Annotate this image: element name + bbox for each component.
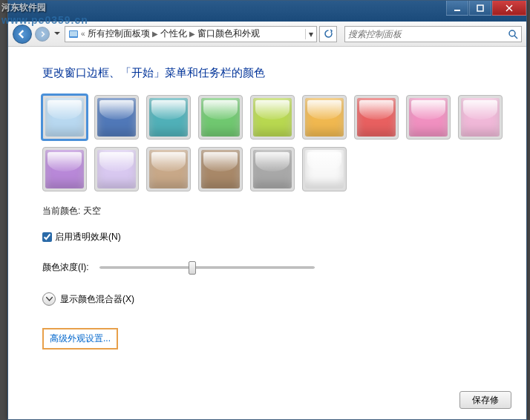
color-swatch-红[interactable] <box>354 95 399 140</box>
transparency-input[interactable] <box>42 232 52 242</box>
color-swatches <box>42 95 503 191</box>
save-button[interactable]: 保存修 <box>459 391 511 409</box>
color-swatch-淡紫[interactable] <box>94 147 139 191</box>
refresh-button[interactable] <box>319 26 337 42</box>
footer: 保存修 <box>459 391 511 409</box>
transparency-checkbox[interactable]: 启用透明效果(N) <box>42 231 504 243</box>
color-swatch-蓝[interactable] <box>94 95 139 140</box>
color-swatch-紫[interactable] <box>42 147 87 191</box>
color-swatch-绿[interactable] <box>198 95 243 140</box>
watermark: 河东软件园 www.pc0359.cn <box>1 1 88 26</box>
search-box[interactable] <box>344 26 522 42</box>
intensity-label: 颜色浓度(I): <box>42 261 89 274</box>
content: 更改窗口边框、「开始」菜单和任务栏的颜色 当前颜色: 天空 启用透明效果(N) … <box>8 47 526 350</box>
page-title: 更改窗口边框、「开始」菜单和任务栏的颜色 <box>42 66 504 80</box>
forward-button[interactable] <box>35 27 50 42</box>
slider-track <box>99 266 315 269</box>
back-button[interactable] <box>13 24 32 44</box>
address-bar[interactable]: « 所有控制面板项 ▶ 个性化 ▶ 窗口颜色和外观 ▾ <box>65 26 317 42</box>
show-color-mixer[interactable]: 显示颜色混合器(X) <box>42 292 504 306</box>
close-button[interactable] <box>492 1 526 16</box>
control-panel-icon <box>68 29 79 39</box>
color-swatch-棕[interactable] <box>146 147 191 191</box>
minimize-button[interactable] <box>446 1 468 16</box>
chevron-down-icon <box>42 292 56 306</box>
color-swatch-淡粉[interactable] <box>458 95 503 140</box>
color-swatch-粉[interactable] <box>406 95 451 140</box>
address-dropdown[interactable]: ▾ <box>305 29 313 39</box>
color-swatch-橙[interactable] <box>302 95 347 140</box>
svg-line-7 <box>514 36 517 39</box>
svg-point-6 <box>509 30 515 36</box>
color-swatch-青[interactable] <box>146 95 191 140</box>
breadcrumb-sep: « <box>81 30 85 38</box>
breadcrumb-item[interactable]: 个性化 <box>160 27 187 40</box>
svg-rect-1 <box>477 5 483 11</box>
search-icon <box>508 29 518 39</box>
maximize-button[interactable] <box>469 1 491 16</box>
current-color: 当前颜色: 天空 <box>42 205 504 217</box>
intensity-row: 颜色浓度(I): <box>42 260 504 275</box>
color-swatch-白[interactable] <box>302 147 347 191</box>
chevron-right-icon: ▶ <box>189 30 195 38</box>
breadcrumb-item[interactable]: 所有控制面板项 <box>88 27 150 40</box>
window: « 所有控制面板项 ▶ 个性化 ▶ 窗口颜色和外观 ▾ 更改窗口边框、「开始」菜… <box>7 0 527 420</box>
color-swatch-灰[interactable] <box>250 147 295 191</box>
history-dropdown[interactable] <box>53 27 62 42</box>
slider-thumb[interactable] <box>189 261 196 275</box>
search-input[interactable] <box>348 29 508 39</box>
color-swatch-天空[interactable] <box>41 93 88 141</box>
chevron-right-icon: ▶ <box>152 30 158 38</box>
breadcrumb-item[interactable]: 窗口颜色和外观 <box>197 27 260 40</box>
color-swatch-深棕[interactable] <box>198 147 243 191</box>
svg-rect-5 <box>70 31 77 36</box>
advanced-appearance-link[interactable]: 高级外观设置... <box>42 328 118 350</box>
color-swatch-黄绿[interactable] <box>250 95 295 140</box>
intensity-slider[interactable] <box>99 260 315 275</box>
